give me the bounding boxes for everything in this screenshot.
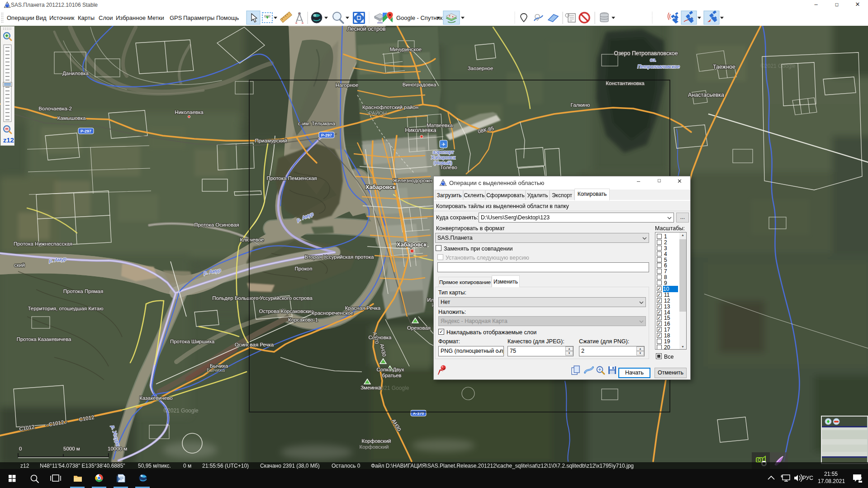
svg-text:Николаевка: Николаевка: [175, 109, 204, 115]
svg-text:Краснофлотский район: Краснофлотский район: [362, 104, 418, 110]
svg-text:Сопка Двух: Сопка Двух: [377, 367, 404, 372]
svg-text:Ореховая: Ореховая: [407, 325, 431, 331]
svg-text:Виноградовка: Виноградовка: [403, 82, 436, 87]
svg-text:Галкино: Галкино: [571, 102, 590, 108]
svg-text:Озеро Петропавловское: Озеро Петропавловское: [614, 50, 678, 57]
svg-text:Польдер Большого Уссурийского: Польдер Большого Уссурийского острова: [212, 295, 313, 301]
svg-text:Даниловка: Даниловка: [62, 71, 89, 76]
svg-text:братьев: братьев: [382, 373, 402, 378]
svg-text:Камышовка: Камышовка: [57, 115, 86, 121]
svg-text:Осиновая Речка: Осиновая Речка: [235, 342, 274, 347]
svg-text:Хабаровск: Хабаровск: [431, 155, 455, 160]
svg-text:Петропавловское: Петропавловское: [637, 64, 680, 69]
svg-text:Прокоп: Прокоп: [295, 266, 313, 271]
svg-text:0: 0: [19, 446, 22, 451]
svg-text:оз.: оз.: [650, 57, 656, 62]
svg-text:5000 м: 5000 м: [63, 446, 80, 451]
svg-text:ский: ский: [14, 262, 25, 268]
svg-text:2021 Google: 2021 Google: [378, 385, 409, 391]
svg-text:Лесной остров: Лесной остров: [347, 26, 386, 32]
svg-text:©2021 Google: ©2021 Google: [163, 407, 199, 414]
svg-text:Территория, отошедшая Китаю: Территория, отошедшая Китаю: [28, 306, 103, 311]
svg-text:Анастасьевка: Анастасьевка: [688, 92, 724, 98]
svg-text:Р-297: Р-297: [321, 133, 332, 137]
svg-text:Протока Ширшиха: Протока Ширшиха: [170, 339, 215, 344]
svg-text:z12: z12: [3, 136, 14, 144]
svg-text:Корфовский: Корфовский: [362, 438, 391, 444]
svg-text:Казакевичево: Казакевичево: [139, 395, 173, 401]
svg-text:Google - Спутник: Google - Спутник: [396, 14, 443, 21]
svg-text:Константиновка: Константиновка: [606, 81, 645, 86]
svg-text:Волочаевка-2: Волочаевка-2: [38, 106, 72, 111]
svg-text:Протока Осиновая: Протока Осиновая: [194, 222, 239, 227]
svg-text:Протока Нижнеспасская: Протока Нижнеспасская: [14, 241, 72, 246]
svg-text:Мичуринское: Мичуринское: [390, 47, 422, 52]
svg-text:Р-297: Р-297: [81, 129, 91, 133]
svg-text:Острова Корсаковские: Острова Корсаковские: [259, 308, 313, 314]
svg-text:РАЙОН: РАЙОН: [369, 110, 387, 116]
svg-text:Краснореченское: Краснореченское: [312, 310, 354, 316]
svg-text:Корфовский: Корфовский: [360, 444, 389, 450]
svg-text:Корсаково-1: Корсаково-1: [288, 317, 318, 322]
svg-text:Николаевка: Николаевка: [405, 127, 436, 133]
svg-text:Толево: Толево: [440, 165, 457, 170]
svg-text:Сосновка: Сосновка: [369, 335, 392, 340]
svg-text:Вторая Уссурийская протока: Вторая Уссурийская протока: [305, 254, 374, 260]
svg-text:Ключевое: Ключевое: [240, 237, 264, 242]
svg-text:Заозерное: Заозерное: [468, 66, 493, 71]
svg-text:Железнодорожн: Железнодорожн: [393, 178, 432, 183]
svg-text:Протока Прямая: Протока Прямая: [63, 289, 104, 294]
svg-text:Таежное: Таежное: [713, 64, 735, 70]
svg-text:с-им. Тельмана: с-им. Тельмана: [298, 121, 336, 126]
svg-text:©2021 Google: ©2021 Google: [760, 63, 796, 69]
svg-text:Бычиха: Бычиха: [207, 367, 225, 373]
svg-text:Протока Пемзенская: Протока Пемзенская: [266, 175, 317, 181]
svg-text:Протока Казакевичева: Протока Казакевичева: [17, 336, 71, 342]
svg-text:10000 м: 10000 м: [108, 446, 127, 451]
svg-text:Приамурский: Приамурский: [255, 138, 287, 143]
svg-text:аэропорт: аэропорт: [433, 149, 454, 155]
svg-text:Хабаровск: Хабаровск: [397, 242, 427, 248]
svg-text:✈: ✈: [441, 142, 446, 147]
svg-text:Нагорное: Нагорное: [336, 82, 359, 88]
svg-text:Хабаровск: Хабаровск: [365, 184, 396, 190]
